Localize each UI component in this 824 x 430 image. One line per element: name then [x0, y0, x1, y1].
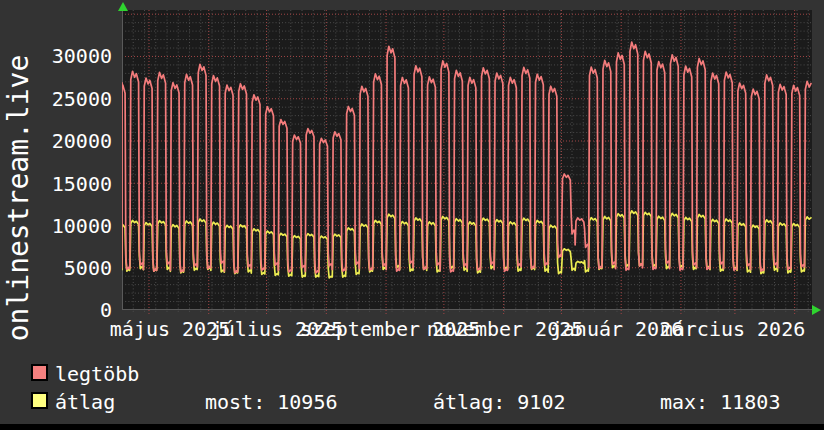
legend-label-atlag: átlag	[55, 392, 115, 412]
stat-max-label: max:	[660, 390, 708, 414]
plot-area	[122, 10, 812, 316]
y-tick-label: 15000	[0, 174, 112, 194]
y-tick-label: 10000	[0, 216, 112, 236]
y-tick-label: 25000	[0, 89, 112, 109]
y-axis-arrow-icon	[118, 2, 128, 11]
y-tick-label: 20000	[0, 131, 112, 151]
legend-swatch-atlag	[31, 392, 48, 409]
legend-swatch-legtobb	[31, 364, 48, 381]
x-axis-arrow-icon	[812, 305, 821, 315]
y-tick-label: 5000	[0, 258, 112, 278]
rrd-graph: onlinestream.live 30000 25000 20000 1500…	[0, 0, 824, 430]
y-tick-label: 0	[0, 300, 112, 320]
y-tick-label: 30000	[0, 46, 112, 66]
stat-most: most: 10956	[205, 392, 337, 412]
stat-atlag: átlag: 9102	[433, 392, 565, 412]
legend-label-legtobb: legtöbb	[55, 364, 139, 384]
x-tick-label: március 2026	[633, 318, 824, 340]
stat-max-value: 11803	[720, 390, 780, 414]
stat-most-label: most:	[205, 390, 265, 414]
stat-atlag-label: átlag:	[433, 390, 505, 414]
stat-max: max: 11803	[660, 392, 780, 412]
bottom-black-bar	[0, 424, 824, 430]
stat-most-value: 10956	[277, 390, 337, 414]
stat-atlag-value: 9102	[517, 390, 565, 414]
